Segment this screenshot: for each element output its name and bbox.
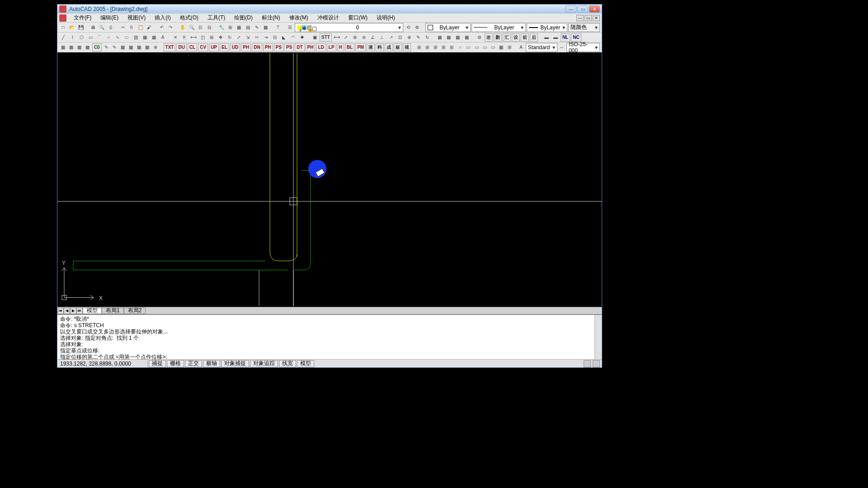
dim-ord-icon[interactable]: ⊥ bbox=[378, 33, 386, 42]
spline-icon[interactable]: ∿ bbox=[113, 33, 122, 42]
menu-window[interactable]: 窗口(W) bbox=[346, 13, 369, 23]
t3-w-icon[interactable]: ⊞ bbox=[506, 43, 513, 52]
textstyle-dropdown[interactable]: Standard ▾ bbox=[526, 43, 557, 52]
plotstyle-dropdown[interactable]: 随颜色 ▾ bbox=[568, 23, 600, 32]
t3-n-icon[interactable]: ⊞ bbox=[432, 43, 439, 52]
ud-btn[interactable]: UD bbox=[230, 43, 240, 52]
t3-g-icon[interactable]: ▦ bbox=[119, 43, 126, 52]
cv-btn[interactable]: CV bbox=[198, 43, 208, 52]
lwt-toggle[interactable]: 线宽 bbox=[279, 360, 296, 367]
dim-center-icon[interactable]: ⊕ bbox=[405, 33, 413, 42]
table-icon[interactable]: ▦ bbox=[150, 33, 158, 42]
preview-icon[interactable]: 🔍 bbox=[98, 23, 106, 32]
modelspace-toggle[interactable]: 模型 bbox=[297, 360, 314, 367]
menu-insert[interactable]: 插入(I) bbox=[153, 13, 172, 23]
command-scrollbar[interactable] bbox=[594, 315, 602, 359]
tray-icon-2[interactable] bbox=[593, 360, 600, 367]
ps1-btn[interactable]: PS bbox=[274, 43, 283, 52]
dim-angular-icon[interactable]: ∠ bbox=[369, 33, 377, 42]
print-icon[interactable]: 🖶 bbox=[89, 23, 97, 32]
menu-file[interactable]: 文件(F) bbox=[72, 13, 93, 23]
save-icon[interactable]: 💾 bbox=[77, 23, 85, 32]
dt-btn[interactable]: DT bbox=[295, 43, 304, 52]
menu-modify[interactable]: 修改(M) bbox=[288, 13, 310, 23]
new-icon[interactable]: □ bbox=[59, 23, 67, 32]
pm-btn[interactable]: PM bbox=[355, 43, 366, 52]
custom-c-icon[interactable]: ▦ bbox=[454, 33, 462, 42]
material-btn[interactable]: 料 bbox=[376, 43, 384, 52]
lp-btn[interactable]: LP bbox=[327, 43, 336, 52]
break-icon[interactable]: ⊟ bbox=[271, 33, 279, 42]
menu-die[interactable]: 冲模设计 bbox=[316, 13, 341, 23]
t3-b-icon[interactable]: ▦ bbox=[67, 43, 75, 52]
chamfer-icon[interactable]: ◣ bbox=[280, 33, 288, 42]
ld-btn[interactable]: LD bbox=[316, 43, 326, 52]
t3-e-icon[interactable]: ✎ bbox=[103, 43, 110, 52]
dim-diameter-icon[interactable]: ⊘ bbox=[360, 33, 368, 42]
mdi-restore-button[interactable]: ▭ bbox=[585, 15, 592, 21]
rotate-icon[interactable]: ↻ bbox=[226, 33, 234, 42]
polygon-icon[interactable]: ⬠ bbox=[77, 33, 85, 42]
tab-layout1[interactable]: 布局1 bbox=[102, 308, 124, 314]
stt-button[interactable]: STT bbox=[320, 33, 332, 42]
otrack-toggle[interactable]: 对象追踪 bbox=[250, 360, 278, 367]
layer-manager-icon[interactable]: ☰ bbox=[286, 23, 294, 32]
t3-o-icon[interactable]: ⊞ bbox=[440, 43, 447, 52]
block-icon[interactable]: ▣ bbox=[311, 33, 319, 42]
copy-obj-icon[interactable]: ⎘ bbox=[180, 33, 189, 42]
zoom-prev-icon[interactable]: ⊟ bbox=[205, 23, 213, 32]
el-btn[interactable]: EL bbox=[220, 43, 229, 52]
array-icon[interactable]: ⊞ bbox=[208, 33, 216, 42]
command-window[interactable]: 命令: *取消* 命令: s STRETCH 以交叉窗口或交叉多边形选择要拉伸的… bbox=[57, 314, 602, 359]
copy-icon[interactable]: ⎘ bbox=[128, 23, 136, 32]
close-button[interactable]: ✕ bbox=[589, 5, 600, 13]
t3-s-icon[interactable]: ▭ bbox=[473, 43, 480, 52]
t3-f-icon[interactable]: ✎ bbox=[111, 43, 118, 52]
rule-btn[interactable]: 规 bbox=[403, 43, 411, 52]
arc-icon[interactable]: ⌒ bbox=[95, 33, 104, 42]
maximize-button[interactable]: ▭ bbox=[577, 5, 588, 13]
ph3-btn[interactable]: PH bbox=[306, 43, 316, 52]
du-btn[interactable]: DU bbox=[176, 43, 186, 52]
t3-v-icon[interactable]: ▦ bbox=[498, 43, 505, 52]
stretch-icon[interactable]: ⇲ bbox=[244, 33, 252, 42]
custom-e-icon[interactable]: ⚙ bbox=[476, 33, 484, 42]
menu-draw[interactable]: 绘图(D) bbox=[232, 13, 255, 23]
circle-icon[interactable]: ○ bbox=[104, 33, 113, 42]
menu-view[interactable]: 视图(V) bbox=[126, 13, 147, 23]
delete-btn[interactable]: 删 bbox=[494, 33, 502, 42]
mdi-minimize-button[interactable]: — bbox=[576, 15, 584, 21]
ortho-toggle[interactable]: 正交 bbox=[185, 360, 202, 367]
menu-format[interactable]: 格式(O) bbox=[178, 13, 200, 23]
dim-aligned-icon[interactable]: ⤢ bbox=[342, 33, 350, 42]
zoom-window-icon[interactable]: ⊡ bbox=[197, 23, 204, 32]
tab-prev-button[interactable]: ◀ bbox=[64, 308, 70, 314]
t3-u-icon[interactable]: ▭ bbox=[489, 43, 496, 52]
layer-previous-icon[interactable]: ⟲ bbox=[404, 23, 412, 32]
cut-icon[interactable]: ✂ bbox=[119, 23, 127, 32]
offset-icon[interactable]: ◫ bbox=[198, 33, 207, 42]
custom-d-icon[interactable]: ▦ bbox=[463, 33, 471, 42]
hatch-icon[interactable]: ▨ bbox=[132, 33, 140, 42]
tab-layout2[interactable]: 布局2 bbox=[124, 308, 146, 314]
scale-icon[interactable]: ⤢ bbox=[235, 33, 243, 42]
dim-radius-icon[interactable]: ⊕ bbox=[351, 33, 359, 42]
extend-icon[interactable]: ⇥ bbox=[262, 33, 270, 42]
bl-btn[interactable]: BL bbox=[345, 43, 354, 52]
up-btn[interactable]: UP bbox=[209, 43, 219, 52]
dimstyle-icon[interactable]: ↔ bbox=[558, 43, 566, 52]
dimstyle-dropdown[interactable]: ISO-25-000 ▾ bbox=[566, 43, 600, 52]
color-dropdown[interactable]: ByLayer ▾ bbox=[425, 23, 471, 32]
tray-icon[interactable] bbox=[584, 360, 591, 367]
move-icon[interactable]: ✥ bbox=[217, 33, 225, 42]
mdi-close-button[interactable]: ✕ bbox=[593, 15, 600, 21]
polar-toggle[interactable]: 极轴 bbox=[203, 360, 220, 367]
custom-g-icon[interactable]: ▬ bbox=[552, 33, 560, 42]
layer-state-icon[interactable]: ⚙ bbox=[413, 23, 421, 32]
menu-edit[interactable]: 编辑(E) bbox=[99, 13, 120, 23]
t3-a-icon[interactable]: ▦ bbox=[59, 43, 66, 52]
ellipse-icon[interactable]: ⬭ bbox=[123, 33, 131, 42]
rect-icon[interactable]: ▭ bbox=[86, 33, 94, 42]
erase-icon[interactable]: ✕ bbox=[171, 33, 179, 42]
t3-t-icon[interactable]: ▭ bbox=[481, 43, 488, 52]
